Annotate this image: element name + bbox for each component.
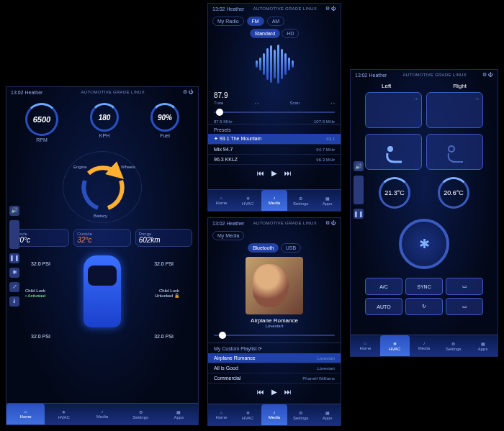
zone-right-label: Right — [453, 83, 467, 89]
pause-icon[interactable]: ❚❚ — [9, 253, 19, 263]
volume-slider[interactable] — [9, 220, 19, 249]
source-usb[interactable]: USB — [281, 243, 301, 253]
playlist-row[interactable]: All is GoodLòvestart — [208, 363, 341, 373]
bottom-nav: ⌂Home ❄HVAC ♪Media ⚙Settings ▦Apps — [6, 403, 198, 425]
childlock-left: Child Lock• Activated — [25, 289, 45, 299]
scan-label: Scan — [289, 101, 300, 105]
tire-psi-rl: 32.0 PSI — [31, 334, 50, 339]
nav-home[interactable]: ⌂Home — [6, 404, 45, 425]
tab-fm[interactable]: FM — [247, 17, 264, 26]
vehicle-diagram: 32.0 PSI 32.0 PSI Child Lock• Activated … — [6, 255, 198, 342]
band-hd[interactable]: HD — [282, 29, 299, 38]
next-icon[interactable]: ⏭ — [284, 169, 292, 177]
nav-home[interactable]: ⌂Home — [208, 404, 235, 425]
dashboard-screen: 13:02 Heather AUTOMOTIVE GRADE LINUX ⚙ ⏻… — [6, 86, 199, 425]
playlist-header: My Custom Playlist ⟳ — [208, 342, 341, 353]
car-body-icon — [84, 255, 121, 327]
volume-slider[interactable] — [354, 176, 364, 204]
nav-home[interactable]: ⌂Home — [351, 335, 380, 356]
hvac-screen: 13:02 HeatherAUTOMOTIVE GRADE LINUX⚙ ⏻ L… — [350, 69, 498, 357]
temp-right-dial[interactable]: 20.6°C — [438, 177, 469, 209]
childlock-right: Child LockUnlocked 🔓 — [155, 289, 179, 299]
nav-apps[interactable]: ▦Apps — [314, 190, 341, 211]
ac-button[interactable]: A/C — [365, 278, 402, 295]
play-icon[interactable]: ▶ — [271, 388, 277, 396]
nav-hvac[interactable]: ❄HVAC — [380, 335, 410, 356]
playlist-row[interactable]: CommercialPharrell Williams — [208, 373, 341, 384]
pause-icon[interactable]: ❚❚ — [354, 209, 364, 219]
defrost-rear-button[interactable]: ▭ — [446, 278, 483, 295]
album-art — [246, 257, 303, 314]
tire-psi-fr: 32.0 PSI — [154, 261, 174, 266]
recirculate-button[interactable]: ↻ — [405, 298, 443, 315]
volume-icon[interactable]: 🔊 — [9, 206, 19, 216]
gauge-row: 6500RPM 180KPH 90%Fuel — [6, 97, 198, 148]
track-artist: Lòvestart — [208, 324, 341, 328]
nav-settings[interactable]: ⚙Settings — [287, 190, 314, 211]
auto-button[interactable]: AUTO — [365, 298, 402, 315]
next-icon[interactable]: ⏭ — [284, 388, 292, 396]
gauge-speed: 180KPH — [90, 103, 119, 142]
sidebar-controls: 🔊 ❚❚ ✱ ⤢ 🌡 — [9, 206, 19, 307]
playback-controls: ⏮ ▶ ⏭ — [208, 165, 341, 181]
temp-icon[interactable]: 🌡 — [9, 296, 19, 307]
source-bluetooth[interactable]: Bluetooth — [248, 243, 279, 253]
nav-media[interactable]: ♪Media — [83, 404, 121, 425]
tab-am[interactable]: AM — [267, 17, 285, 26]
battery-label: Battery — [94, 214, 107, 218]
tab-my-media[interactable]: My Media — [212, 231, 244, 240]
nav-home[interactable]: ⌂Home — [208, 190, 235, 211]
nav-apps[interactable]: ▦Apps — [468, 335, 498, 356]
engine-label: Engine — [73, 165, 87, 169]
seat-upper-left[interactable]: → — [365, 92, 422, 128]
nav-settings[interactable]: ⚙Settings — [287, 404, 314, 425]
status-bar: 13:02 Heather AUTOMOTIVE GRADE LINUX⚙ ⏻ — [208, 4, 341, 14]
seat-upper-right[interactable]: → — [426, 92, 483, 128]
stat-range: Range602km — [135, 229, 192, 247]
expand-icon[interactable]: ⤢ — [9, 282, 19, 292]
nav-hvac[interactable]: ❄HVAC — [45, 404, 83, 425]
stat-outside: Outside32°c — [73, 229, 130, 247]
fan-speed-dial[interactable] — [399, 219, 449, 269]
current-frequency: 87.9 — [208, 90, 341, 101]
temp-left-dial[interactable]: 21.3°C — [379, 177, 410, 209]
seek-slider[interactable] — [214, 331, 335, 340]
nav-hvac[interactable]: ❄HVAC — [235, 404, 261, 425]
media-screen: 13:02 HeatherAUTOMOTIVE GRADE LINUX⚙ ⏻ M… — [207, 217, 341, 426]
energy-cycle-diagram: Engine Wheels Battery — [63, 151, 142, 223]
nav-hvac[interactable]: ❄HVAC — [235, 190, 261, 211]
zone-left-label: Left — [382, 83, 391, 89]
clock: 13:02 — [11, 90, 24, 95]
nav-settings[interactable]: ⚙Settings — [122, 404, 160, 425]
seat-lower-right[interactable] — [426, 134, 483, 170]
band-standard[interactable]: Standard — [250, 29, 280, 38]
defrost-front-button[interactable]: ▭ — [446, 298, 483, 315]
sync-button[interactable]: SYNC — [405, 278, 443, 295]
nav-apps[interactable]: ▦Apps — [160, 404, 198, 425]
nav-media[interactable]: ♪Media — [261, 404, 288, 425]
nav-apps[interactable]: ▦Apps — [314, 404, 341, 425]
nav-settings[interactable]: ⚙Settings — [438, 335, 468, 356]
tune-label: Tune — [214, 101, 223, 105]
gauge-rpm: 6500RPM — [25, 103, 58, 142]
seat-lower-left[interactable] — [365, 134, 422, 170]
playlist-row[interactable]: Airplane RomanceLòvestart — [208, 353, 341, 363]
tire-psi-fl: 32.0 PSI — [31, 261, 50, 266]
nav-media[interactable]: ♪Media — [410, 335, 439, 356]
gauge-fuel: 90%Fuel — [150, 103, 179, 142]
tab-my-radio[interactable]: My Radio — [212, 17, 244, 26]
status-icons: ⚙ ⏻ — [183, 89, 194, 95]
svg-point-1 — [449, 146, 454, 152]
prev-icon[interactable]: ⏮ — [257, 388, 264, 396]
volume-icon[interactable]: 🔊 — [354, 161, 364, 171]
nav-media[interactable]: ♪Media — [261, 190, 288, 211]
prev-icon[interactable]: ⏮ — [257, 169, 264, 177]
status-bar: 13:02 Heather AUTOMOTIVE GRADE LINUX ⚙ ⏻ — [6, 87, 198, 97]
fan-icon[interactable]: ✱ — [9, 268, 19, 278]
tune-slider[interactable] — [214, 108, 335, 117]
preset-row[interactable]: Mix 94.794.7 MHz — [208, 145, 341, 155]
play-icon[interactable]: ▶ — [271, 169, 277, 177]
preset-row[interactable]: 96.3 KKLZ96.3 MHz — [208, 155, 341, 165]
stat-inside: Inside20°c — [12, 229, 69, 247]
preset-row[interactable]: ✦ 93.1 The Mountain93.1 — [208, 134, 341, 145]
